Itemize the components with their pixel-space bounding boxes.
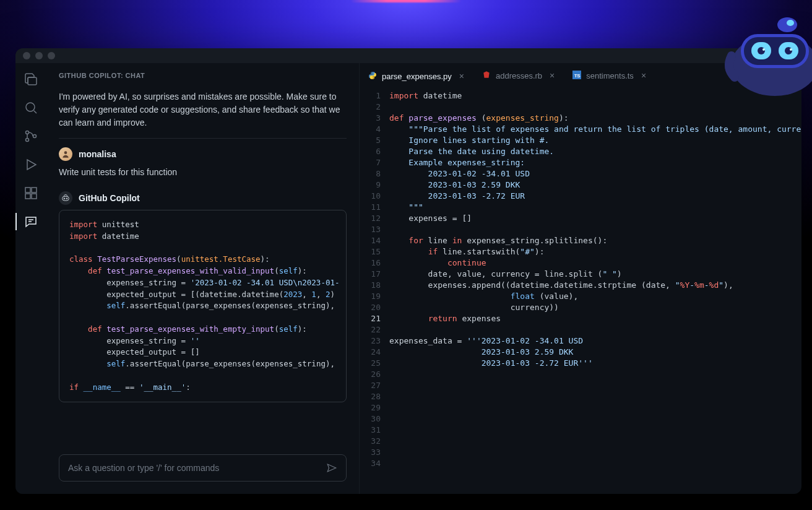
file-icon <box>368 71 377 82</box>
user-message-text: Write unit tests for this function <box>59 166 347 179</box>
tab-addresses-rb[interactable]: addresses.rb× <box>473 63 564 88</box>
window-minimize-button[interactable] <box>35 52 43 59</box>
chat-panel: GITHUB COPILOT: CHAT I'm powered by AI, … <box>46 63 359 494</box>
svg-point-19 <box>758 47 765 54</box>
source-control-icon[interactable] <box>24 129 38 144</box>
copilot-avatar <box>59 191 72 205</box>
chat-input-container <box>59 454 347 482</box>
tab-label: sentiments.ts <box>586 71 634 80</box>
editor-window: GITHUB COPILOT: CHAT I'm powered by AI, … <box>15 48 801 494</box>
tab-label: addresses.rb <box>496 71 542 80</box>
chat-scroll[interactable]: I'm powered by AI, so surprises and mist… <box>46 85 359 446</box>
assistant-name: GitHub Copilot <box>79 192 140 205</box>
user-name: monalisa <box>79 148 116 161</box>
tab-label: parse_expenses.py <box>382 72 452 81</box>
svg-rect-6 <box>25 194 30 199</box>
svg-point-11 <box>66 198 67 199</box>
svg-rect-5 <box>32 188 37 192</box>
close-icon[interactable]: × <box>641 71 646 80</box>
tab-parse_expenses-py[interactable]: parse_expenses.py× <box>360 63 473 88</box>
user-avatar <box>59 147 72 161</box>
tab-sentiments-ts[interactable]: TSsentiments.ts× <box>564 63 655 88</box>
window-close-button[interactable] <box>23 52 30 59</box>
svg-rect-7 <box>32 194 37 199</box>
activity-bar <box>15 63 46 494</box>
svg-point-2 <box>26 139 29 142</box>
svg-point-1 <box>26 131 29 134</box>
chat-title: GITHUB COPILOT: CHAT <box>46 63 359 85</box>
user-message-header: monalisa <box>59 147 347 161</box>
titlebar <box>15 48 801 63</box>
chat-intro-text: I'm powered by AI, so surprises and mist… <box>59 85 347 139</box>
chat-input[interactable] <box>68 463 320 473</box>
copilot-mascot <box>719 6 812 99</box>
close-icon[interactable]: × <box>459 71 464 81</box>
active-indicator <box>15 213 17 230</box>
window-zoom-button[interactable] <box>48 52 55 59</box>
chat-icon[interactable] <box>24 214 38 229</box>
assistant-code-block[interactable]: import unittest import datetime class Te… <box>59 210 347 402</box>
svg-point-8 <box>64 151 67 154</box>
svg-point-3 <box>33 135 37 138</box>
close-icon[interactable]: × <box>550 71 555 80</box>
extensions-icon[interactable] <box>24 186 38 201</box>
svg-point-24 <box>787 20 794 26</box>
svg-point-0 <box>26 103 35 111</box>
svg-point-20 <box>785 47 792 54</box>
search-icon[interactable] <box>24 100 38 115</box>
file-icon: TS <box>572 71 581 81</box>
assistant-message-header: GitHub Copilot <box>59 191 347 205</box>
send-icon[interactable] <box>326 462 337 473</box>
file-icon <box>482 71 491 81</box>
svg-rect-9 <box>63 196 69 201</box>
svg-point-10 <box>64 198 65 199</box>
explorer-icon[interactable] <box>24 72 38 87</box>
svg-point-22 <box>790 48 792 51</box>
svg-rect-4 <box>25 188 30 192</box>
code-content[interactable]: import datetimedef parse_expenses (expen… <box>389 90 801 494</box>
line-gutter: 1234567891011121314151617181920212223242… <box>360 90 389 494</box>
decorative-glow <box>350 0 462 2</box>
editor-area: parse_expenses.py×addresses.rb×TSsentime… <box>359 63 801 494</box>
svg-point-23 <box>777 17 797 32</box>
code-editor[interactable]: 1234567891011121314151617181920212223242… <box>360 88 801 494</box>
svg-point-21 <box>762 48 765 51</box>
run-debug-icon[interactable] <box>24 157 38 172</box>
svg-text:TS: TS <box>574 72 581 78</box>
